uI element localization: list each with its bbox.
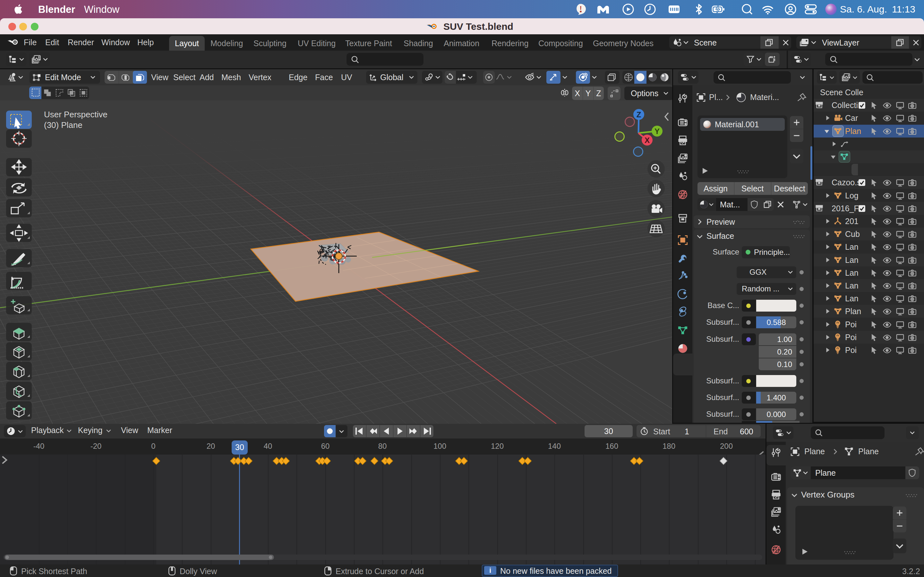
svg-text:Y: Y <box>654 127 660 135</box>
svg-text:X: X <box>645 136 650 145</box>
svg-text:Z: Z <box>636 110 641 119</box>
